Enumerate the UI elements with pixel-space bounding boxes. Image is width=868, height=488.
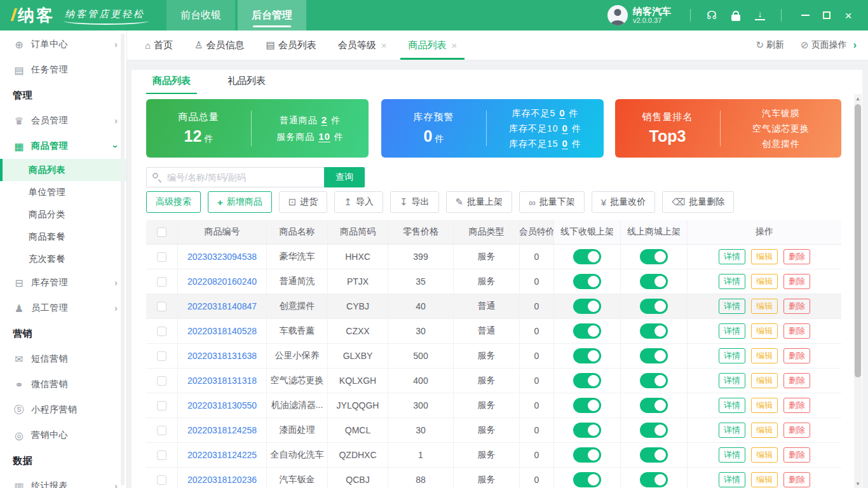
scrollbar-thumb[interactable] bbox=[855, 104, 861, 377]
sidebar-item[interactable]: ♛ 会员管理 › bbox=[0, 108, 126, 133]
edit-button[interactable]: 编辑 bbox=[751, 323, 778, 339]
page-actions-button[interactable]: ⊘ 页面操作 bbox=[801, 39, 847, 51]
product-code-link[interactable]: 20230323094538 bbox=[187, 252, 257, 262]
sidebar-item[interactable]: 单位管理 bbox=[0, 181, 126, 203]
content-tab[interactable]: 商品列表 bbox=[146, 75, 197, 94]
online-shelf-toggle[interactable] bbox=[640, 373, 668, 388]
support-icon[interactable]: ☊ bbox=[702, 8, 721, 22]
refresh-button[interactable]: ↻ 刷新 bbox=[756, 39, 785, 51]
detail-button[interactable]: 详情 bbox=[719, 472, 745, 487]
toolbar-button[interactable]: ↧ 导出 bbox=[390, 191, 439, 213]
offline-shelf-toggle[interactable] bbox=[573, 398, 601, 413]
row-checkbox[interactable] bbox=[157, 252, 166, 262]
sidebar-item[interactable]: 充次套餐 bbox=[0, 248, 126, 270]
offline-shelf-toggle[interactable] bbox=[573, 348, 601, 363]
download-icon[interactable]: ↓ bbox=[750, 10, 770, 20]
sidebar-item[interactable]: ▤ 任务管理 bbox=[0, 57, 126, 83]
toolbar-button[interactable]: 高级搜索 bbox=[146, 191, 201, 213]
offline-shelf-toggle[interactable] bbox=[573, 249, 601, 264]
detail-button[interactable]: 详情 bbox=[719, 398, 745, 413]
row-checkbox[interactable] bbox=[157, 451, 166, 460]
detail-button[interactable]: 详情 bbox=[719, 348, 745, 363]
maximize-button[interactable] bbox=[816, 0, 837, 30]
sidebar-item[interactable]: 数据 bbox=[0, 448, 126, 473]
page-tab[interactable]: ▤ 会员列表 bbox=[266, 30, 316, 60]
offline-shelf-toggle[interactable] bbox=[573, 447, 601, 463]
online-shelf-toggle[interactable] bbox=[640, 274, 668, 289]
offline-shelf-toggle[interactable] bbox=[573, 299, 601, 314]
online-shelf-toggle[interactable] bbox=[640, 398, 668, 413]
minimize-button[interactable] bbox=[794, 0, 816, 30]
detail-button[interactable]: 详情 bbox=[719, 323, 745, 339]
tab-close-icon[interactable]: × bbox=[381, 40, 387, 51]
detail-button[interactable]: 详情 bbox=[719, 299, 745, 314]
row-checkbox[interactable] bbox=[157, 401, 166, 410]
sidebar-item[interactable]: 管理 bbox=[0, 83, 126, 108]
sidebar-item[interactable]: ▦ 商品管理 › bbox=[0, 133, 126, 159]
select-all-checkbox[interactable] bbox=[157, 227, 166, 237]
row-checkbox[interactable] bbox=[157, 475, 166, 485]
edit-button[interactable]: 编辑 bbox=[751, 373, 778, 388]
sidebar-item[interactable]: 商品列表 bbox=[0, 159, 126, 181]
page-tab[interactable]: ♙ 会员信息 bbox=[194, 30, 244, 60]
edit-button[interactable]: 编辑 bbox=[751, 398, 778, 413]
toolbar-button[interactable]: ↥ 导入 bbox=[334, 191, 383, 213]
online-shelf-toggle[interactable] bbox=[640, 472, 668, 487]
toolbar-button[interactable]: ∞ 批量下架 bbox=[519, 191, 585, 213]
edit-button[interactable]: 编辑 bbox=[751, 274, 778, 289]
online-shelf-toggle[interactable] bbox=[640, 447, 668, 463]
delete-button[interactable]: 删除 bbox=[783, 249, 810, 264]
delete-button[interactable]: 删除 bbox=[783, 373, 810, 388]
close-button[interactable]: × bbox=[837, 0, 859, 30]
detail-button[interactable]: 详情 bbox=[719, 373, 745, 388]
edit-button[interactable]: 编辑 bbox=[751, 472, 778, 487]
page-tab[interactable]: 商品列表 × bbox=[408, 30, 457, 60]
sidebar-item[interactable]: ♟ 员工管理 › bbox=[0, 295, 126, 321]
edit-button[interactable]: 编辑 bbox=[751, 249, 778, 264]
sidebar-item[interactable]: ◎ 营销中心 bbox=[0, 423, 126, 448]
offline-shelf-toggle[interactable] bbox=[573, 373, 601, 388]
row-checkbox[interactable] bbox=[157, 302, 166, 311]
detail-button[interactable]: 详情 bbox=[719, 423, 745, 438]
online-shelf-toggle[interactable] bbox=[640, 348, 668, 363]
product-code-link[interactable]: 20220820160240 bbox=[187, 276, 257, 287]
sidebar-item[interactable]: ⊕ 订单中心 › bbox=[0, 32, 126, 57]
offline-shelf-toggle[interactable] bbox=[573, 472, 601, 487]
toolbar-button[interactable]: ⌫ 批量删除 bbox=[662, 191, 734, 213]
delete-button[interactable]: 删除 bbox=[783, 398, 810, 413]
delete-button[interactable]: 删除 bbox=[783, 447, 810, 463]
detail-button[interactable]: 详情 bbox=[719, 274, 745, 289]
tab-close-icon[interactable]: × bbox=[451, 40, 457, 51]
mode-tab[interactable]: 后台管理 bbox=[238, 0, 306, 30]
product-code-link[interactable]: 20220318130550 bbox=[187, 400, 257, 410]
scroll-down-arrow[interactable]: ▼ bbox=[854, 479, 862, 488]
row-checkbox[interactable] bbox=[157, 376, 166, 386]
scroll-up-arrow[interactable]: ▲ bbox=[854, 94, 862, 103]
page-tab[interactable]: ⌂ 首页 bbox=[145, 30, 173, 60]
toolbar-button[interactable]: ¥ 批量改价 bbox=[592, 191, 655, 213]
edit-button[interactable]: 编辑 bbox=[751, 299, 778, 314]
offline-shelf-toggle[interactable] bbox=[573, 323, 601, 339]
product-code-link[interactable]: 20220318140528 bbox=[187, 326, 257, 336]
product-code-link[interactable]: 20220318120236 bbox=[187, 475, 257, 485]
online-shelf-toggle[interactable] bbox=[640, 249, 668, 264]
page-tab[interactable]: 会员等级 × bbox=[338, 30, 387, 60]
expand-chevron-icon[interactable]: › bbox=[853, 39, 857, 51]
row-checkbox[interactable] bbox=[157, 277, 166, 287]
delete-button[interactable]: 删除 bbox=[783, 348, 810, 363]
row-checkbox[interactable] bbox=[157, 327, 166, 336]
query-button[interactable]: 查询 bbox=[324, 167, 365, 187]
online-shelf-toggle[interactable] bbox=[640, 423, 668, 438]
detail-button[interactable]: 详情 bbox=[719, 249, 745, 264]
row-checkbox[interactable] bbox=[157, 351, 166, 361]
detail-button[interactable]: 详情 bbox=[719, 447, 745, 463]
toolbar-button[interactable]: + 新增商品 bbox=[208, 191, 272, 213]
sidebar-item[interactable]: ⊟ 库存管理 › bbox=[0, 270, 126, 295]
online-shelf-toggle[interactable] bbox=[640, 323, 668, 339]
edit-button[interactable]: 编辑 bbox=[751, 423, 778, 438]
delete-button[interactable]: 删除 bbox=[783, 274, 810, 289]
row-checkbox[interactable] bbox=[157, 426, 166, 435]
avatar[interactable] bbox=[607, 5, 628, 25]
edit-button[interactable]: 编辑 bbox=[751, 348, 778, 363]
sidebar-item[interactable]: ▥ 统计报表 › bbox=[0, 473, 126, 488]
